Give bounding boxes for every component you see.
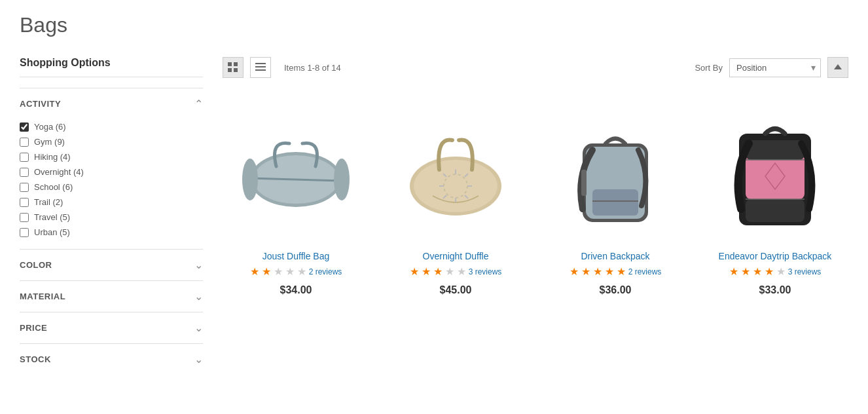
product-image-endeavor-backpack xyxy=(708,98,842,242)
star-4: ★ xyxy=(285,265,295,278)
filter-color-header[interactable]: COLOR ⌄ xyxy=(20,250,203,280)
filter-label-school[interactable]: School (6) xyxy=(34,182,73,192)
reviews-link-driven-backpack[interactable]: 2 reviews xyxy=(628,267,662,276)
reviews-link-overnight-duffle[interactable]: 3 reviews xyxy=(469,267,502,276)
product-stars-overnight-duffle: ★ ★ ★ ★ ★ 3 reviews xyxy=(410,265,502,278)
star-4: ★ xyxy=(605,265,614,278)
filter-activity-header[interactable]: ACTIVITY ⌃ xyxy=(20,88,203,119)
reviews-link-joust-duffle[interactable]: 2 reviews xyxy=(309,267,342,276)
filter-material-header[interactable]: MATERIAL ⌄ xyxy=(20,281,203,312)
filter-price-header[interactable]: PRICE ⌄ xyxy=(20,312,203,343)
shopping-options-title: Shopping Options xyxy=(20,57,203,77)
products-grid: Joust Duffle Bag ★ ★ ★ ★ ★ 2 reviews $34… xyxy=(223,91,848,303)
product-stars-endeavor-backpack: ★ ★ ★ ★ ★ 3 reviews xyxy=(729,265,822,278)
filter-item-yoga[interactable]: Yoga (6) xyxy=(20,119,203,134)
toolbar: Items 1-8 of 14 Sort By Position Product… xyxy=(223,57,848,78)
filter-activity-title: ACTIVITY xyxy=(20,99,61,109)
star-5: ★ xyxy=(457,265,466,278)
svg-rect-31 xyxy=(746,140,805,160)
overnight-duffle-image xyxy=(397,117,515,222)
star-2: ★ xyxy=(262,265,271,278)
filter-checkbox-hiking[interactable] xyxy=(20,153,29,162)
sidebar: Shopping Options ACTIVITY ⌃ Yoga (6) Gym… xyxy=(20,57,203,375)
filter-label-hiking[interactable]: Hiking (4) xyxy=(34,152,71,162)
filter-label-gym[interactable]: Gym (9) xyxy=(34,137,65,147)
filter-material-title: MATERIAL xyxy=(20,292,65,301)
star-1: ★ xyxy=(570,265,579,278)
filter-price: PRICE ⌄ xyxy=(20,312,203,343)
filter-item-school[interactable]: School (6) xyxy=(20,179,203,195)
svg-rect-1 xyxy=(234,62,238,66)
page-title: Bags xyxy=(20,13,848,37)
product-image-joust-duffle xyxy=(229,98,363,242)
joust-duffle-image xyxy=(237,121,355,219)
star-1: ★ xyxy=(410,265,419,278)
filter-stock: STOCK ⌄ xyxy=(20,343,203,375)
filter-item-trail[interactable]: Trail (2) xyxy=(20,195,203,210)
star-5: ★ xyxy=(617,265,626,278)
sort-direction-button[interactable] xyxy=(827,57,848,78)
filter-label-travel[interactable]: Travel (5) xyxy=(34,212,70,222)
sort-select[interactable]: Position Product Name Price xyxy=(729,58,821,77)
svg-point-12 xyxy=(334,159,350,200)
filter-checkbox-trail[interactable] xyxy=(20,198,29,207)
svg-rect-26 xyxy=(592,189,638,216)
filter-item-overnight[interactable]: Overnight (4) xyxy=(20,164,203,179)
filter-item-hiking[interactable]: Hiking (4) xyxy=(20,149,203,164)
star-5: ★ xyxy=(776,265,786,278)
sort-wrapper[interactable]: Position Product Name Price xyxy=(729,58,821,77)
svg-point-14 xyxy=(414,160,497,212)
endeavor-backpack-image xyxy=(716,101,834,238)
star-2: ★ xyxy=(422,265,431,278)
product-image-driven-backpack xyxy=(549,98,682,242)
product-price-joust-duffle: $34.00 xyxy=(280,284,312,296)
svg-rect-3 xyxy=(234,68,238,72)
products-area: Items 1-8 of 14 Sort By Position Product… xyxy=(223,57,848,375)
filter-checkbox-urban[interactable] xyxy=(20,228,29,237)
filter-item-travel[interactable]: Travel (5) xyxy=(20,210,203,225)
filter-stock-title: STOCK xyxy=(20,354,51,364)
filter-label-trail[interactable]: Trail (2) xyxy=(34,197,63,207)
filter-color-chevron: ⌄ xyxy=(194,259,203,271)
product-name-joust-duffle[interactable]: Joust Duffle Bag xyxy=(262,251,329,261)
product-stars-driven-backpack: ★ ★ ★ ★ ★ 2 reviews xyxy=(570,265,662,278)
filter-label-overnight[interactable]: Overnight (4) xyxy=(34,167,84,177)
reviews-link-endeavor-backpack[interactable]: 3 reviews xyxy=(788,267,822,276)
star-3: ★ xyxy=(274,265,283,278)
product-card-driven-backpack: Driven Backpack ★ ★ ★ ★ ★ 2 reviews $36.… xyxy=(542,91,689,303)
filter-material-chevron: ⌄ xyxy=(194,290,203,303)
filter-checkbox-overnight[interactable] xyxy=(20,168,29,177)
filter-activity-chevron: ⌃ xyxy=(194,98,203,110)
filter-label-urban[interactable]: Urban (5) xyxy=(34,227,70,237)
filter-checkbox-travel[interactable] xyxy=(20,213,29,222)
svg-point-11 xyxy=(242,159,258,200)
star-2: ★ xyxy=(741,265,750,278)
filter-price-title: PRICE xyxy=(20,323,47,333)
filter-label-yoga[interactable]: Yoga (6) xyxy=(34,122,66,132)
list-view-button[interactable] xyxy=(250,57,271,78)
driven-backpack-image xyxy=(556,104,674,235)
filter-color-title: COLOR xyxy=(20,260,52,270)
filter-material: MATERIAL ⌄ xyxy=(20,280,203,312)
filter-stock-chevron: ⌄ xyxy=(194,353,203,366)
filter-item-urban[interactable]: Urban (5) xyxy=(20,225,203,240)
filter-price-chevron: ⌄ xyxy=(194,322,203,334)
items-count: Items 1-8 of 14 xyxy=(284,63,341,73)
filter-checkbox-gym[interactable] xyxy=(20,138,29,147)
product-name-driven-backpack[interactable]: Driven Backpack xyxy=(581,251,649,261)
filter-item-gym[interactable]: Gym (9) xyxy=(20,134,203,149)
filter-color: COLOR ⌄ xyxy=(20,249,203,280)
svg-rect-4 xyxy=(255,63,266,64)
product-stars-joust-duffle: ★ ★ ★ ★ ★ 2 reviews xyxy=(250,265,342,278)
svg-rect-2 xyxy=(228,68,232,72)
svg-marker-7 xyxy=(834,64,842,69)
filter-checkbox-yoga[interactable] xyxy=(20,122,29,132)
filter-checkbox-school[interactable] xyxy=(20,183,29,192)
filter-activity-body: Yoga (6) Gym (9) Hiking (4) Overnight (4… xyxy=(20,119,203,249)
grid-view-button[interactable] xyxy=(223,57,244,78)
product-name-endeavor-backpack[interactable]: Endeavor Daytrip Backpack xyxy=(719,251,832,261)
filter-stock-header[interactable]: STOCK ⌄ xyxy=(20,344,203,375)
star-5: ★ xyxy=(297,265,306,278)
star-2: ★ xyxy=(581,265,590,278)
product-name-overnight-duffle[interactable]: Overnight Duffle xyxy=(423,251,489,261)
